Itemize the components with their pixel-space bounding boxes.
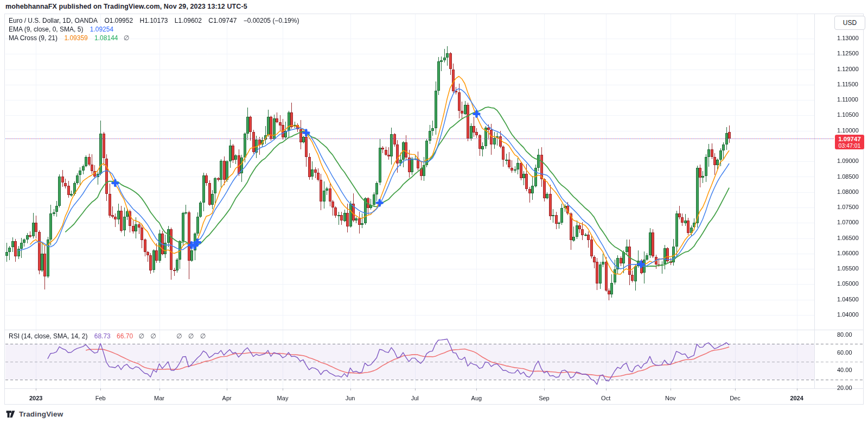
ma-cross-empty-value: ∅ [124, 34, 131, 42]
bar-countdown-timer: 03:47:01 [835, 143, 864, 149]
price-axis-label: 1.04000 [837, 311, 859, 318]
price-axis-label: 1.09000 [837, 158, 859, 164]
tradingview-logo-icon [5, 409, 16, 419]
ema-label[interactable]: EMA (9, close, 0, SMA, 5) [9, 26, 83, 33]
price-axis-label: 1.07000 [837, 219, 859, 225]
price-axis-label: 1.10500 [837, 111, 859, 118]
tradingview-watermark[interactable]: TradingView [5, 408, 63, 419]
price-axis-label: 1.06000 [837, 250, 859, 256]
open-value: O1.09952 [104, 17, 133, 24]
ma-cross-label[interactable]: MA Cross (9, 21) [9, 34, 58, 42]
ema-legend-row[interactable]: EMA (9, close, 0, SMA, 5) 1.09254 [9, 25, 299, 34]
price-axis-label: 1.10000 [837, 127, 859, 134]
price-axis-label: 1.06500 [837, 235, 859, 241]
price-axis-label: 1.04500 [837, 296, 859, 303]
time-axis-label: 2023 [24, 395, 48, 401]
price-axis-label: 1.11500 [837, 81, 858, 87]
rsi-legend-row[interactable]: RSI (14, close, SMA, 14, 2) 68.73 66.70 … [9, 332, 208, 341]
publish-header: mohebhannaFX published on TradingView.co… [0, 0, 868, 14]
rsi-empty-values-2: ∅ ∅ ∅ [176, 332, 208, 340]
ma-cross-slow-value: 1.08144 [94, 34, 118, 42]
rsi-label[interactable]: RSI (14, close, SMA, 14, 2) [9, 332, 87, 340]
low-value: L1.09602 [175, 17, 202, 24]
rsi-axis-label: 80.00 [837, 331, 852, 338]
chart-widget: Euro / U.S. Dollar, 1D, OANDA O1.09952 H… [4, 14, 864, 405]
current-price-label: 1.09747 03:47:01 [835, 135, 864, 149]
time-axis-label: Sep [532, 395, 556, 401]
price-axis-label: 1.07500 [837, 204, 859, 210]
close-value: C1.09747 [208, 17, 237, 24]
rsi-value: 68.73 [94, 332, 111, 340]
currency-toggle-button[interactable]: USD [834, 16, 865, 30]
price-axis-label: 1.11000 [837, 96, 858, 103]
time-axis-label: Mar [148, 395, 171, 401]
rsi-empty-values: ∅ ∅ [138, 332, 158, 340]
chart-legend: Euro / U.S. Dollar, 1D, OANDA O1.09952 H… [9, 16, 299, 42]
price-chart-canvas[interactable] [5, 14, 863, 404]
time-axis-label: May [271, 395, 295, 401]
time-axis-label: Nov [659, 395, 682, 401]
tradingview-logo-text: TradingView [19, 410, 63, 418]
time-axis-label: Jul [403, 395, 427, 401]
time-axis-label: Dec [723, 395, 747, 401]
price-axis-label: 1.12000 [837, 66, 859, 72]
time-axis-label: Aug [464, 395, 488, 401]
time-axis-label: Apr [215, 395, 239, 401]
symbol-legend-row[interactable]: Euro / U.S. Dollar, 1D, OANDA O1.09952 H… [9, 16, 299, 25]
price-axis-label: 1.13000 [837, 35, 859, 41]
price-axis-label: 1.12500 [837, 50, 859, 56]
rsi-ma-value: 66.70 [117, 332, 133, 340]
price-axis-label: 1.05500 [837, 265, 859, 272]
ema-value: 1.09254 [90, 26, 113, 33]
price-axis-label: 1.05000 [837, 280, 859, 287]
time-axis-label: Oct [594, 395, 618, 401]
time-axis-label: Jun [339, 395, 362, 401]
time-axis-label: 2024 [785, 395, 809, 401]
rsi-axis-label: 40.00 [837, 367, 852, 373]
symbol-title[interactable]: Euro / U.S. Dollar, 1D, OANDA [9, 17, 98, 24]
ma-cross-legend-row[interactable]: MA Cross (9, 21) 1.09359 1.08144 ∅ [9, 34, 299, 42]
published-line: mohebhannaFX published on TradingView.co… [5, 3, 247, 10]
change-value: −0.00205 (−0.19%) [244, 17, 299, 24]
time-axis-label: Feb [88, 395, 112, 401]
price-axis-label: 1.08000 [837, 188, 859, 195]
current-price-value: 1.09747 [835, 135, 864, 143]
ma-cross-fast-value: 1.09359 [64, 34, 87, 42]
rsi-axis-label: 20.00 [837, 385, 852, 391]
high-value: H1.10173 [139, 17, 168, 24]
rsi-axis-label: 60.00 [837, 349, 852, 356]
price-axis-label: 1.08500 [837, 173, 859, 180]
